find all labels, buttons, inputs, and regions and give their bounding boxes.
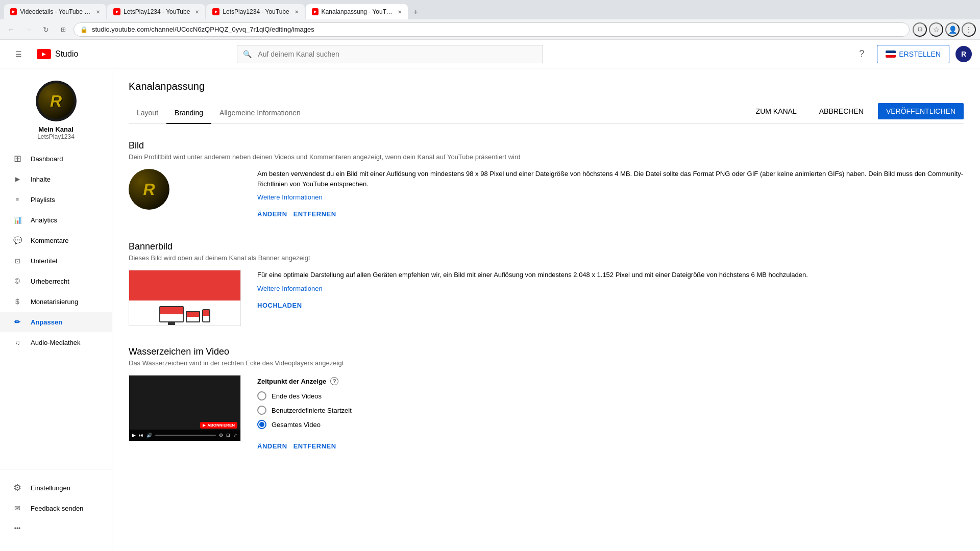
hamburger-icon: ☰ <box>15 50 22 58</box>
dashboard-icon: ⊞ <box>12 154 22 164</box>
browser-tab-3[interactable]: ▶ LetsPlay1234 - YouTube ✕ <box>206 4 304 19</box>
url-text: studio.youtube.com/channel/UCocN6zQPHQZ_… <box>92 26 903 33</box>
radio-gesamtes[interactable]: Gesamtes Video <box>257 420 352 429</box>
desktop-device <box>159 306 184 322</box>
tabs-and-actions: Layout Branding Allgemeine Informationen… <box>129 103 964 124</box>
radio-ende[interactable]: Ende des Videos <box>257 391 352 400</box>
sidebar-item-einstellungen[interactable]: ⚙ Einstellungen <box>0 478 112 498</box>
playlists-icon: ≡ <box>12 194 22 205</box>
tab-favicon-3: ▶ <box>212 8 219 15</box>
bild-info: Am besten verwendest du ein Bild mit ein… <box>257 169 964 221</box>
top-bar: ☰ Studio 🔍 ? ERSTELLEN R <box>0 40 980 68</box>
sidebar-item-monetarisierung[interactable]: $ Monetarisierung <box>0 291 112 312</box>
veroeffentlichen-button[interactable]: VERÖFFENTLICHEN <box>878 103 964 119</box>
volume-ctrl-icon: 🔊 <box>146 433 152 438</box>
audio-mediathek-label: Audio-Mediathek <box>31 339 81 346</box>
wasserzeichen-actions: ÄNDERN ENTFERNEN <box>257 439 352 453</box>
browser-tab-2[interactable]: ▶ LetsPlay1234 - YouTube ✕ <box>107 4 205 19</box>
menu-button[interactable]: ☰ <box>8 44 29 64</box>
bild-aendern-button[interactable]: ÄNDERN <box>257 207 287 221</box>
sidebar-item-inhalte[interactable]: ▶ Inhalte <box>0 169 112 189</box>
radio-circle-ende <box>257 391 266 400</box>
forward-button[interactable]: → <box>21 22 36 37</box>
address-bar[interactable]: 🔒 studio.youtube.com/channel/UCocN6zQPHQ… <box>74 22 910 37</box>
zum-kanal-button[interactable]: ZUM KANAL <box>748 103 805 119</box>
wasserzeichen-section: Wasserzeichen im Video Das Wasserzeichen… <box>129 346 964 453</box>
abbrechen-button[interactable]: ABBRECHEN <box>811 103 872 119</box>
search-wrapper: 🔍 <box>237 45 543 63</box>
tab-close-1[interactable]: ✕ <box>96 9 100 15</box>
playlists-label: Playlists <box>31 196 55 204</box>
back-button[interactable]: ← <box>4 22 18 37</box>
desktop-banner <box>160 307 183 314</box>
yt-studio-logo[interactable]: Studio <box>37 49 78 59</box>
search-bar: 🔍 <box>237 45 543 63</box>
bild-section-title: Bild <box>129 140 964 151</box>
bannerbild-info-link[interactable]: Weitere Informationen <box>257 285 323 292</box>
radio-label-ende: Ende des Videos <box>272 392 322 400</box>
bild-actions: ÄNDERN ENTFERNEN <box>257 207 964 221</box>
radio-benutzerdefiniert[interactable]: Benutzerdefinierte Startzeit <box>257 406 352 415</box>
wasserzeichen-content: ▶ ABONNIEREN ▶ ⏭ 🔊 ⚙ ⊡ <box>129 375 964 453</box>
profile-button[interactable]: 👤 <box>945 22 960 37</box>
untertitel-icon: ⊡ <box>12 256 22 266</box>
zeitpunkt-help-icon[interactable]: ? <box>330 377 338 385</box>
tab-close-3[interactable]: ✕ <box>295 9 299 15</box>
bannerbild-actions: HOCHLADEN <box>257 298 964 312</box>
sidebar-item-untertitel[interactable]: ⊡ Untertitel <box>0 251 112 271</box>
wasserzeichen-aendern-button[interactable]: ÄNDERN <box>257 439 287 453</box>
sidebar-item-kommentare[interactable]: 💬 Kommentare <box>0 230 112 251</box>
bannerbild-section: Bannerbild Dieses Bild wird oben auf dei… <box>129 241 964 326</box>
sidebar-item-more[interactable]: ••• <box>0 518 112 539</box>
search-input[interactable] <box>237 45 543 63</box>
tab-close-4[interactable]: ✕ <box>398 9 402 15</box>
more-button[interactable]: ⋮ <box>962 22 976 37</box>
user-avatar[interactable]: R <box>955 46 972 62</box>
youtube-studio-app: ☰ Studio 🔍 ? ERSTELLEN R <box>0 40 980 551</box>
bild-info-link[interactable]: Weitere Informationen <box>257 193 323 201</box>
extensions-button[interactable]: ⊡ <box>913 22 927 37</box>
tab-title-2: LetsPlay1234 - YouTube <box>124 8 190 15</box>
einstellungen-label: Einstellungen <box>31 484 70 492</box>
tab-close-2[interactable]: ✕ <box>195 9 199 15</box>
bild-entfernen-button[interactable]: ENTFERNEN <box>293 207 336 221</box>
navigation-bar: ← → ↻ ⊞ 🔒 studio.youtube.com/channel/UCo… <box>0 19 980 40</box>
bild-section-desc: Dein Profiltbild wird unter anderem nebe… <box>129 153 964 161</box>
reload-button[interactable]: ↻ <box>39 22 53 37</box>
wasserzeichen-entfernen-button[interactable]: ENTFERNEN <box>293 439 336 453</box>
sidebar-item-analytics[interactable]: 📊 Analytics <box>0 210 112 230</box>
channel-avatar[interactable]: R <box>36 81 77 121</box>
more-icon: ••• <box>12 523 22 534</box>
flag-icon <box>886 51 896 58</box>
home-button[interactable]: ⊞ <box>56 22 70 37</box>
bannerbild-hochladen-button[interactable]: HOCHLADEN <box>257 298 302 312</box>
studio-text: Studio <box>55 49 78 59</box>
profile-image-preview: R <box>129 169 241 210</box>
create-button[interactable]: ERSTELLEN <box>877 45 949 63</box>
sidebar: R Mein Kanal LetsPlay1234 ⊞ Dashboard ▶ … <box>0 68 112 551</box>
tab-branding[interactable]: Branding <box>166 103 211 124</box>
tab-allgemeine[interactable]: Allgemeine Informationen <box>211 103 309 124</box>
tab-layout[interactable]: Layout <box>129 103 166 124</box>
tab-title-1: Videodetails - YouTube St... <box>20 8 91 15</box>
play-ctrl-icon: ▶ <box>132 433 136 438</box>
browser-tab-1[interactable]: ▶ Videodetails - YouTube St... ✕ <box>4 4 106 19</box>
progress-bar <box>155 435 216 436</box>
help-button[interactable]: ? <box>852 45 871 63</box>
bild-content: R Am besten verwendest du ein Bild mit e… <box>129 169 964 221</box>
wasserzeichen-preview-container: ▶ ABONNIEREN ▶ ⏭ 🔊 ⚙ ⊡ <box>129 375 241 441</box>
monetarisierung-icon: $ <box>12 296 22 307</box>
browser-tab-4[interactable]: ▶ Kanalanpassung - YouTub... ✕ <box>306 4 408 19</box>
profile-avatar-preview: R <box>129 169 169 210</box>
new-tab-button[interactable]: + <box>409 5 423 19</box>
video-controls: ▶ ⏭ 🔊 ⚙ ⊡ ⤢ <box>129 430 240 441</box>
sidebar-item-urheberrecht[interactable]: © Urheberrecht <box>0 271 112 291</box>
sidebar-item-anpassen[interactable]: ✏ Anpassen <box>0 312 112 332</box>
browser-nav-icons: ⊡ ☆ 👤 ⋮ <box>913 22 976 37</box>
sidebar-item-dashboard[interactable]: ⊞ Dashboard <box>0 148 112 169</box>
browser-chrome: ▶ Videodetails - YouTube St... ✕ ▶ LetsP… <box>0 0 980 19</box>
sidebar-item-playlists[interactable]: ≡ Playlists <box>0 189 112 210</box>
sidebar-item-feedback[interactable]: ✉ Feedback senden <box>0 498 112 518</box>
bookmark-button[interactable]: ☆ <box>929 22 943 37</box>
sidebar-item-audio-mediathek[interactable]: ♫ Audio-Mediathek <box>0 332 112 353</box>
